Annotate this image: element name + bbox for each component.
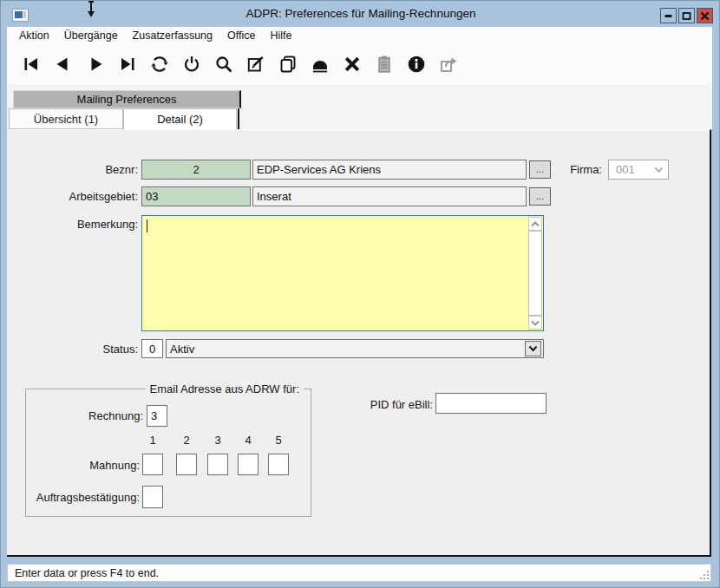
firma-value: 001 (616, 163, 635, 176)
chevron-up-icon (531, 221, 540, 227)
pid-ebill-label: PID für eBill: (346, 398, 433, 411)
rechnung-field[interactable]: 3 (147, 405, 167, 427)
titlebar: ADPR: Preferences für Mailing-Rechnungen (1, 1, 720, 27)
menu-hilfe[interactable]: Hilfe (270, 29, 291, 42)
export-share-icon (438, 54, 459, 75)
status-label: Status: (8, 343, 138, 356)
tab-strip: Mailing Preferences Übersicht (1) Detail… (7, 84, 712, 129)
tab-uebersicht[interactable]: Übersicht (1) (9, 108, 123, 129)
bemerkung-textarea[interactable] (141, 215, 544, 331)
status-bar: Enter data or press F4 to end. (7, 564, 711, 582)
first-record-button[interactable] (20, 54, 42, 75)
mahnung-field-1[interactable] (142, 454, 163, 475)
mahnung-col-3: 3 (207, 434, 228, 447)
arbeitsgebiet-label: Arbeitsgebiet: (8, 190, 138, 203)
mouse-cursor (85, 1, 97, 20)
mahnung-field-2[interactable] (176, 454, 197, 475)
beznr-code-field[interactable]: 2 (141, 160, 251, 180)
app-window: ADPR: Preferences für Mailing-Rechnungen… (0, 0, 720, 588)
beznr-label: Beznr: (8, 163, 138, 176)
tab-mailing-preferences[interactable]: Mailing Preferences (13, 90, 241, 108)
minimize-button[interactable] (660, 8, 677, 23)
exit-power-button[interactable] (180, 54, 202, 75)
status-code-field[interactable]: 0 (141, 339, 163, 358)
refresh-icon (149, 54, 170, 75)
last-record-icon (117, 54, 138, 75)
mahnung-col-5: 5 (268, 434, 289, 447)
auftragsbestaetigung-field[interactable] (142, 486, 163, 508)
save-button[interactable] (309, 54, 331, 75)
edit-button[interactable] (245, 54, 266, 75)
maximize-button[interactable] (678, 8, 695, 23)
rechnung-label: Rechnung: (53, 409, 143, 422)
exit-power-icon (181, 54, 202, 75)
refresh-button[interactable] (148, 54, 170, 75)
mahnung-col-4: 4 (238, 434, 259, 447)
scroll-up-button[interactable] (528, 217, 542, 231)
menu-zusatzerfassung[interactable]: Zusatzerfassung (133, 29, 213, 42)
info-button[interactable] (405, 54, 427, 75)
tab-detail[interactable]: Detail (2) (123, 108, 237, 129)
tab-divider (238, 108, 239, 129)
mahnung-col-2: 2 (176, 434, 197, 447)
chevron-down-icon (531, 320, 540, 326)
menu-uebergaenge[interactable]: Übergänge (64, 29, 118, 42)
window-title: ADPR: Preferences für Mailing-Rechnungen (1, 7, 720, 20)
auftragsbestaetigung-label: Auftragsbestätigung: (10, 491, 140, 504)
close-button[interactable] (697, 8, 713, 23)
resize-grip[interactable] (698, 569, 709, 579)
menu-office[interactable]: Office (227, 29, 255, 42)
previous-record-button[interactable] (52, 54, 74, 75)
menu-aktion[interactable]: Aktion (19, 29, 49, 42)
mahnung-col-1: 1 (142, 434, 163, 447)
paste-clipboard-button[interactable] (373, 54, 395, 75)
minimize-icon (664, 11, 673, 21)
copy-button[interactable] (277, 54, 298, 75)
maximize-icon (682, 11, 691, 21)
chevron-down-icon (528, 345, 538, 352)
status-dropdown-button[interactable] (525, 341, 541, 356)
beznr-name-field[interactable]: EDP-Services AG Kriens (252, 160, 527, 180)
delete-icon (342, 54, 363, 75)
firma-label: Firma: (539, 163, 602, 176)
firma-select: 001 (608, 160, 669, 180)
delete-button[interactable] (341, 54, 363, 75)
menu-bar: Aktion Übergänge Zusatzerfassung Office … (7, 27, 712, 44)
chevron-down-icon (654, 167, 664, 173)
arbeitsgebiet-name-field[interactable]: Inserat (252, 186, 527, 206)
status-bar-message: Enter data or press F4 to end. (15, 567, 159, 579)
export-share-button[interactable] (437, 54, 459, 75)
pid-ebill-field[interactable] (435, 393, 547, 414)
last-record-button[interactable] (116, 54, 138, 75)
scroll-down-button[interactable] (528, 316, 542, 330)
mahnung-label: Mahnung: (49, 459, 140, 472)
edit-icon (245, 54, 266, 75)
search-button[interactable] (213, 54, 234, 75)
mahnung-field-3[interactable] (207, 454, 228, 475)
status-text: Aktiv (170, 343, 194, 356)
paste-clipboard-icon (374, 54, 395, 75)
previous-record-icon (53, 54, 74, 75)
toolbar (7, 44, 712, 84)
arbeitsgebiet-browse-button[interactable]: ... (529, 187, 551, 206)
scrollbar-thumb[interactable] (528, 231, 542, 316)
save-icon (310, 54, 331, 75)
next-record-button[interactable] (84, 54, 106, 75)
text-caret (147, 219, 147, 232)
info-icon (406, 54, 427, 75)
mahnung-field-5[interactable] (268, 454, 289, 475)
arbeitsgebiet-code-field[interactable]: 03 (141, 186, 251, 206)
search-icon (213, 54, 234, 75)
first-record-icon (21, 54, 42, 75)
close-icon (700, 11, 710, 21)
vertical-scrollbar[interactable] (528, 217, 542, 330)
email-groupbox-legend: Email Adresse aus ADRW für: (146, 382, 304, 395)
next-record-icon (85, 54, 106, 75)
mahnung-field-4[interactable] (238, 454, 259, 475)
status-combobox[interactable]: Aktiv (166, 339, 544, 358)
bemerkung-label: Bemerkung: (8, 218, 138, 231)
copy-icon (278, 54, 298, 75)
